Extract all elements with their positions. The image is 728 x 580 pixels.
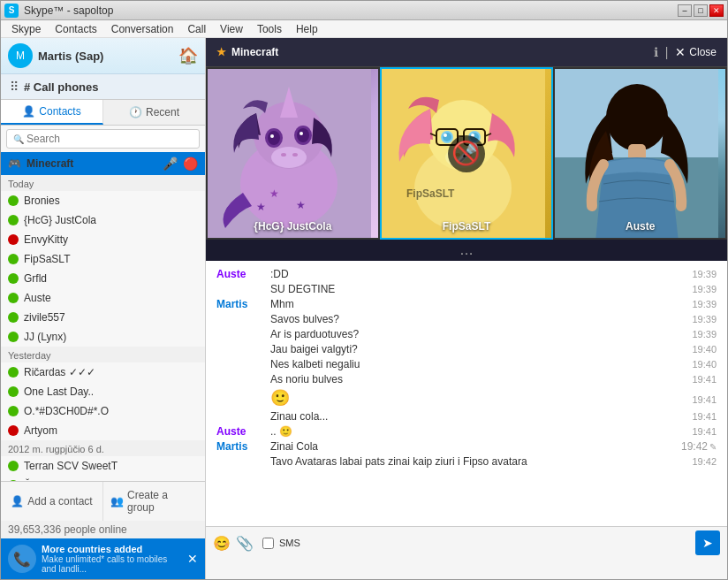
status-icon xyxy=(8,332,19,342)
contact-auste[interactable]: Auste xyxy=(1,288,205,308)
msg-time: 19:42 xyxy=(692,456,717,467)
send-button[interactable]: ➤ xyxy=(695,530,720,555)
end-call-icon[interactable]: 🔴 xyxy=(183,156,198,171)
contact-ricardas[interactable]: Ričardas ✓✓✓ xyxy=(1,362,205,382)
chat-header: ★ Minecraft ℹ | ✕ Close xyxy=(206,38,727,67)
call-phones-label: # Call phones xyxy=(24,80,99,94)
contact-justcola[interactable]: {HcG} JustCola xyxy=(1,210,205,230)
search-bar xyxy=(1,126,205,152)
message-row: As noriu bulves 19:41 xyxy=(216,373,717,385)
msg-text: As noriu bulves xyxy=(270,373,685,385)
avatar: M xyxy=(8,43,33,68)
contact-one-last-day[interactable]: One Last Day.. xyxy=(1,382,205,401)
home-icon[interactable]: 🏠 xyxy=(178,46,198,65)
sms-checkbox[interactable] xyxy=(262,538,274,549)
create-group-icon: 👥 xyxy=(110,495,124,508)
svg-point-37 xyxy=(606,84,668,151)
contact-envykitty[interactable]: EnvyKitty xyxy=(1,230,205,249)
msg-text: Zinai Cola xyxy=(270,440,674,453)
msg-text: :DD xyxy=(270,268,685,280)
messages-area: Auste :DD 19:39 SU DEGTINE 19:39 Martis … xyxy=(206,261,727,526)
message-row: Martis Mhm 19:39 xyxy=(216,298,717,310)
search-input[interactable] xyxy=(6,129,200,149)
window-controls: – □ ✕ xyxy=(678,4,724,17)
menu-view[interactable]: View xyxy=(213,21,250,37)
video-thumb-fipsaslt: FipSaSLT 🎤🚫 FipSaSLT xyxy=(380,67,554,240)
participant-label-3: Auste xyxy=(555,220,725,233)
contact-grfld[interactable]: Grfld xyxy=(1,269,205,288)
star-icon: ★ xyxy=(216,46,226,58)
call-phones-bar[interactable]: ⠿ # Call phones xyxy=(1,74,205,100)
mute-overlay: 🎤🚫 xyxy=(448,135,485,172)
section-old-date: 2012 m. rugpjūčio 6 d. xyxy=(1,440,205,456)
active-contact[interactable]: 🎮 Minecraft 🎤 🔴 xyxy=(1,152,205,175)
contact-fipsaslt[interactable]: FipSaSLT xyxy=(1,249,205,269)
promo-bar[interactable]: 📞 More countries added Make unlimited* c… xyxy=(1,538,205,579)
message-row: Auste .. 🙂 19:41 xyxy=(216,425,717,438)
status-icon xyxy=(8,312,19,323)
add-contact-button[interactable]: 👤 Add a contact xyxy=(1,482,103,521)
msg-time: 19:39 xyxy=(692,299,717,309)
input-area: 😊 📎 SMS ➤ xyxy=(206,526,727,579)
contacts-tab-label: Contacts xyxy=(39,105,80,118)
menu-help[interactable]: Help xyxy=(289,21,325,37)
avatar-letter: M xyxy=(16,50,25,62)
contact-bronies[interactable]: Bronies xyxy=(1,191,205,210)
contact-name: Ričardas ✓✓✓ xyxy=(24,366,95,378)
info-icon[interactable]: ℹ xyxy=(654,45,658,59)
maximize-button[interactable]: □ xyxy=(694,4,708,17)
menu-tools[interactable]: Tools xyxy=(250,21,289,37)
participant-label-1: {HcG} JustCola xyxy=(208,220,378,233)
msg-text: SU DEGTINE xyxy=(270,283,685,295)
msg-sender: Martis xyxy=(216,298,265,310)
create-group-button[interactable]: 👥 Create a group xyxy=(103,482,205,521)
msg-time: 19:41 xyxy=(692,426,717,437)
divider: | xyxy=(665,45,669,59)
contact-terran[interactable]: Terran SCV SweetT xyxy=(1,456,205,476)
chat-input[interactable] xyxy=(213,558,720,576)
msg-time: 19:39 xyxy=(692,269,717,279)
contact-artyom[interactable]: Artyom xyxy=(1,421,205,440)
contact-zivile[interactable]: zivile557 xyxy=(1,308,205,327)
contact-name: Bronies xyxy=(24,195,60,207)
tab-contacts[interactable]: 👤 Contacts xyxy=(1,100,103,125)
msg-text: Tavo Avataras labai pats zinai kaip ziur… xyxy=(270,455,685,468)
title-bar: S Skype™ - sapoltop – □ ✕ xyxy=(1,1,727,20)
video-strip: ★ ★ ★ {HcG} JustCola xyxy=(206,67,727,240)
title-bar-left: S Skype™ - sapoltop xyxy=(4,4,113,18)
window-close-button[interactable]: ✕ xyxy=(709,4,724,17)
menu-contacts[interactable]: Contacts xyxy=(48,21,103,37)
chat-header-right: ℹ | ✕ Close xyxy=(654,45,717,59)
attachment-button[interactable]: 📎 xyxy=(236,535,254,552)
contact-name: Grfld xyxy=(24,272,47,285)
more-participants-dots: … xyxy=(206,240,727,261)
status-icon xyxy=(8,273,19,284)
msg-text: Jau baigei valgyti? xyxy=(270,343,685,355)
status-icon xyxy=(8,367,19,378)
msg-text: Nes kalbeti negaliu xyxy=(270,358,685,370)
msg-text: Zinau cola... xyxy=(270,410,685,423)
contact-name: EnvyKitty xyxy=(24,233,68,246)
emoji-button[interactable]: 😊 xyxy=(213,535,231,552)
status-icon xyxy=(8,195,19,206)
contact-name: One Last Day.. xyxy=(24,385,94,398)
minimize-button[interactable]: – xyxy=(678,4,692,17)
msg-time: 19:42 ✎ xyxy=(681,440,717,453)
contact-jj[interactable]: JJ (Lynx) xyxy=(1,327,205,347)
input-toolbar: 😊 📎 SMS ➤ xyxy=(213,530,720,555)
menu-skype[interactable]: Skype xyxy=(4,21,48,37)
chat-close-button[interactable]: ✕ Close xyxy=(675,45,717,59)
promo-close-button[interactable]: ✕ xyxy=(187,552,198,566)
message-row: Martis Zinai Cola 19:42 ✎ xyxy=(216,440,717,453)
message-row: Jau baigei valgyti? 19:40 xyxy=(216,343,717,355)
chat-title-text: Minecraft xyxy=(231,46,278,58)
section-today: Today xyxy=(1,175,205,191)
msg-time: 19:40 xyxy=(692,359,717,370)
contact-name: Auste xyxy=(24,292,51,304)
menu-call[interactable]: Call xyxy=(180,21,213,37)
tab-recent[interactable]: 🕐 Recent xyxy=(103,100,205,125)
chat-title: ★ Minecraft xyxy=(216,46,278,58)
menu-conversation[interactable]: Conversation xyxy=(104,21,181,37)
close-label: Close xyxy=(689,46,717,58)
contact-o-d3ch0d[interactable]: O.*#D3CH0D#*.O xyxy=(1,401,205,421)
